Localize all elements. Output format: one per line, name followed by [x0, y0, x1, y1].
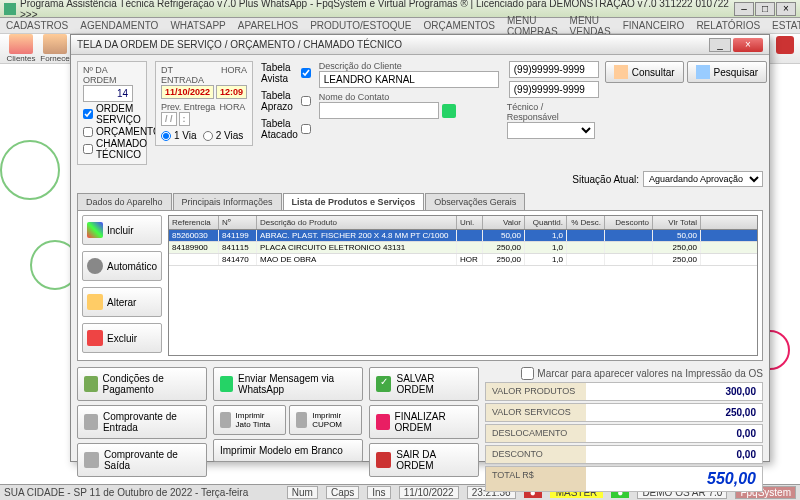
toolbar-clientes[interactable]: Clientes [4, 34, 38, 63]
tab-principais-info[interactable]: Principais Informações [173, 193, 282, 210]
chk-print-values[interactable] [521, 367, 534, 380]
service-order-window: TELA DA ORDEM DE SERVIÇO / ORÇAMENTO / C… [70, 34, 770, 462]
order-num-label: Nº DA ORDEM [83, 65, 141, 85]
whatsapp-icon[interactable] [442, 104, 456, 118]
total-geral: 550,00 [586, 467, 762, 491]
cupom-button[interactable]: Imprimir CUPOM [289, 405, 362, 435]
phone1-input[interactable] [509, 61, 599, 78]
table-row[interactable]: 84189900841115PLACA CIRCUITO ELETRONICO … [169, 242, 757, 254]
hora-entrada[interactable]: 12:09 [216, 85, 247, 99]
radio-2vias[interactable] [203, 131, 213, 141]
tabs: Dados do Aparelho Principais Informações… [77, 193, 763, 211]
people-icon [9, 34, 33, 54]
menu-relatorios[interactable]: RELATÓRIOS [696, 20, 760, 31]
flag-icon [376, 414, 390, 430]
chk-ordem-servico[interactable] [83, 109, 93, 119]
app-title: Programa Assistência Técnica Refrigeraçã… [20, 0, 734, 20]
finalizar-button[interactable]: FINALIZAR ORDEM [369, 405, 479, 439]
comp-saida-button[interactable]: Comprovante de Saída [77, 443, 207, 477]
prev-date[interactable]: / / [161, 112, 177, 126]
money-icon [84, 376, 98, 392]
app-titlebar: Programa Assistência Técnica Refrigeraçã… [0, 0, 800, 18]
status-select[interactable]: Aguardando Aprovação [643, 171, 763, 187]
chk-orcamento[interactable] [83, 127, 93, 137]
chk-chamado[interactable] [83, 144, 93, 154]
table-row[interactable]: 85260030841199ABRAC. PLAST. FISCHER 200 … [169, 230, 757, 242]
valor-produtos: 300,00 [586, 383, 762, 400]
menu-whatsapp[interactable]: WHATSAPP [170, 20, 225, 31]
sair-button[interactable]: SAIR DA ORDEM [369, 443, 479, 477]
modelo-branco-button[interactable]: Imprimir Modelo em Branco [213, 439, 363, 462]
chk-atacado[interactable] [301, 124, 311, 134]
receipt-icon [296, 412, 307, 428]
window-title: TELA DA ORDEM DE SERVIÇO / ORÇAMENTO / C… [77, 39, 709, 50]
menu-estatistica[interactable]: ESTATÍSTICA [772, 20, 800, 31]
desconto-total: 0,00 [586, 446, 762, 463]
menu-aparelhos[interactable]: APARELHOS [238, 20, 298, 31]
whatsapp-icon [220, 376, 233, 392]
dt-entrada[interactable]: 11/10/2022 [161, 85, 214, 99]
pesquisar-button[interactable]: Pesquisar [687, 61, 767, 83]
window-titlebar: TELA DA ORDEM DE SERVIÇO / ORÇAMENTO / C… [71, 35, 769, 55]
menu-agendamento[interactable]: AGENDAMENTO [80, 20, 158, 31]
supplier-icon [43, 34, 67, 54]
menubar: CADASTROS AGENDAMENTO WHATSAPP APARELHOS… [0, 18, 800, 34]
close-button[interactable]: × [776, 2, 796, 16]
excluir-button[interactable]: Excluir [82, 323, 162, 353]
menu-financeiro[interactable]: FINANCEIRO [623, 20, 685, 31]
search-icon [614, 65, 628, 79]
incluir-button[interactable]: Incluir [82, 215, 162, 245]
tecnico-select[interactable] [507, 122, 595, 139]
printer-icon [84, 452, 99, 468]
salvar-button[interactable]: ✓SALVAR ORDEM [369, 367, 479, 401]
add-icon [87, 222, 103, 238]
order-num-value: 14 [83, 85, 133, 102]
chk-avista[interactable] [301, 68, 311, 78]
minimize-button[interactable]: – [734, 2, 754, 16]
comp-entrada-button[interactable]: Comprovante de Entrada [77, 405, 207, 439]
window-minimize-button[interactable]: _ [709, 38, 731, 52]
window-close-button[interactable]: × [733, 38, 763, 52]
table-row[interactable]: 841470MAO DE OBRAHOR250,001,0250,00 [169, 254, 757, 266]
printer-icon [84, 414, 98, 430]
menu-orcamentos[interactable]: ORÇAMENTOS [424, 20, 496, 31]
menu-produto[interactable]: PRODUTO/ESTOQUE [310, 20, 411, 31]
tab-dados-aparelho[interactable]: Dados do Aparelho [77, 193, 172, 210]
exit-icon [376, 452, 391, 468]
toolbar-fornece[interactable]: Fornece [38, 34, 72, 63]
exit-icon[interactable] [776, 36, 794, 54]
printer-icon [220, 412, 231, 428]
tab-observacoes[interactable]: Observações Gerais [425, 193, 525, 210]
consultar-button[interactable]: Consultar [605, 61, 684, 83]
prev-hora[interactable]: : [179, 112, 190, 126]
automatico-button[interactable]: Automático [82, 251, 162, 281]
alterar-button[interactable]: Alterar [82, 287, 162, 317]
barcode-icon [87, 258, 103, 274]
find-icon [696, 65, 710, 79]
maximize-button[interactable]: □ [755, 2, 775, 16]
status-label: Situação Atual: [572, 174, 639, 185]
edit-icon [87, 294, 103, 310]
cliente-input[interactable] [319, 71, 499, 88]
phone2-input[interactable] [509, 81, 599, 98]
deslocamento: 0,00 [586, 425, 762, 442]
chk-aprazo[interactable] [301, 96, 311, 106]
tab-lista-produtos[interactable]: Lista de Produtos e Serviços [283, 193, 425, 210]
product-grid[interactable]: Referencia Nº Descrição do Produto Uni. … [168, 215, 758, 356]
app-icon [4, 3, 16, 15]
valor-servicos: 250,00 [586, 404, 762, 421]
whatsapp-button[interactable]: Enviar Mensagem via WhatsApp [213, 367, 363, 401]
cond-pagamento-button[interactable]: Condições de Pagamento [77, 367, 207, 401]
menu-cadastros[interactable]: CADASTROS [6, 20, 68, 31]
jato-tinta-button[interactable]: Imprimir Jato Tinta [213, 405, 286, 435]
contato-input[interactable] [319, 102, 439, 119]
delete-icon [87, 330, 103, 346]
radio-1via[interactable] [161, 131, 171, 141]
